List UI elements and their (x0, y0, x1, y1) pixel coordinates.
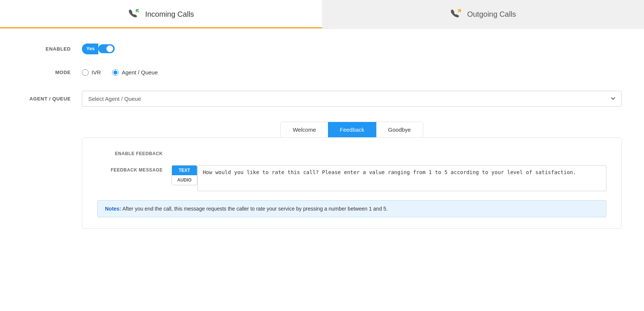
tab-outgoing-calls[interactable]: Outgoing Calls (322, 0, 644, 28)
tab-welcome[interactable]: Welcome (281, 122, 328, 137)
tab-incoming-calls[interactable]: Incoming Calls (0, 0, 322, 28)
mode-agent-queue-radio[interactable] (112, 69, 119, 76)
text-button[interactable]: TEXT (172, 166, 197, 175)
mode-ivr-label: IVR (92, 69, 101, 76)
tab-goodbye[interactable]: Goodbye (376, 122, 423, 137)
outgoing-calls-label: Outgoing Calls (467, 10, 516, 19)
mode-agent-queue-label: Agent / Queue (122, 69, 158, 76)
incoming-phone-icon (128, 8, 140, 20)
enable-feedback-row: ENABLE FEEDBACK (97, 149, 606, 156)
toggle-yes-label: Yes (82, 44, 98, 54)
mode-ivr-radio[interactable] (82, 69, 89, 76)
text-audio-toggle: TEXT AUDIO (172, 165, 197, 185)
notes-box: Notes: After you end the call, this mess… (97, 200, 606, 217)
tab-header: Incoming Calls Outgoing Calls (0, 0, 644, 29)
agent-queue-control: Select Agent / Queue (82, 91, 622, 107)
mode-label: MODE (22, 70, 82, 75)
message-tabs: Welcome Feedback Goodbye (280, 122, 423, 138)
agent-queue-row: AGENT / QUEUE Select Agent / Queue (22, 91, 622, 107)
feedback-message-control: TEXT AUDIO How would you like to rate th… (172, 165, 606, 191)
incoming-calls-label: Incoming Calls (145, 10, 194, 19)
mode-row: MODE IVR Agent / Queue (22, 69, 622, 76)
agent-queue-select[interactable]: Select Agent / Queue (82, 91, 622, 107)
enable-feedback-label: ENABLE FEEDBACK (97, 149, 172, 156)
message-tabs-container: Welcome Feedback Goodbye (82, 122, 622, 138)
tab-feedback[interactable]: Feedback (328, 122, 376, 137)
message-content-area: Welcome Feedback Goodbye ENABLE FEEDBACK (82, 122, 622, 229)
outgoing-phone-icon (450, 8, 462, 20)
audio-button[interactable]: AUDIO (172, 175, 197, 185)
notes-text: After you end the call, this message req… (121, 206, 388, 212)
mode-agent-queue-option[interactable]: Agent / Queue (112, 69, 158, 76)
mode-radio-group: IVR Agent / Queue (82, 69, 622, 76)
feedback-text-input[interactable]: How would you like to rate this call? Pl… (197, 165, 606, 191)
enabled-toggle-wrapper: Yes (82, 44, 622, 54)
feedback-message-label: FEEDBACK MESSAGE (97, 165, 172, 173)
message-row: MESSAGE Welcome Feedback Goodbye (22, 122, 622, 229)
mode-control: IVR Agent / Queue (82, 69, 622, 76)
message-card: ENABLE FEEDBACK FEEDBACK MESSAGE (82, 137, 622, 229)
enabled-row: ENABLED Yes (22, 44, 622, 54)
feedback-message-row: FEEDBACK MESSAGE TEXT AUDIO How would yo… (97, 165, 606, 191)
main-content: ENABLED Yes MODE IVR (0, 29, 644, 259)
enabled-toggle[interactable] (98, 44, 115, 53)
mode-ivr-option[interactable]: IVR (82, 69, 101, 76)
notes-prefix: Notes: (105, 206, 121, 212)
enabled-control: Yes (82, 44, 622, 54)
enabled-label: ENABLED (22, 46, 82, 52)
agent-queue-label: AGENT / QUEUE (22, 96, 82, 102)
